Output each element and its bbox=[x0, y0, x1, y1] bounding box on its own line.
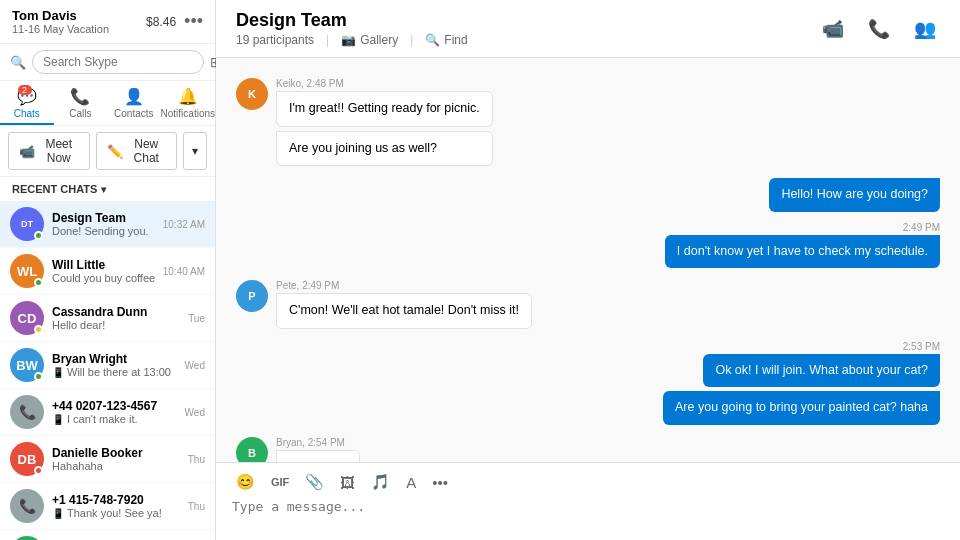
chevron-down-icon: ▾ bbox=[101, 184, 106, 195]
format-button[interactable]: A bbox=[402, 472, 420, 493]
audio-call-button[interactable]: 📞 bbox=[864, 14, 894, 44]
avatar: WL bbox=[10, 254, 44, 288]
gallery-link[interactable]: 📷 Gallery bbox=[341, 33, 398, 47]
avatar: CD bbox=[10, 301, 44, 335]
outgoing-group: Hello! How are you doing? bbox=[236, 172, 940, 212]
participants-count: 19 participants bbox=[236, 33, 314, 47]
tab-notifications-label: Notifications bbox=[161, 108, 215, 119]
avatar: DB bbox=[10, 442, 44, 476]
chat-item-preview: Hello dear! bbox=[52, 319, 180, 331]
main-content: Design Team 19 participants | 📷 Gallery … bbox=[216, 0, 960, 540]
message-time-label: 2:49 PM bbox=[903, 222, 940, 233]
chat-item-preview: Done! Sending you. bbox=[52, 225, 155, 237]
list-item[interactable]: CD Cassandra Dunn Hello dear! Tue bbox=[0, 295, 215, 342]
list-item[interactable]: BW Bryan Wright 📱Will be there at 13:00 … bbox=[0, 342, 215, 389]
list-item[interactable]: DB Danielle Booker Hahahaha Thu bbox=[0, 436, 215, 483]
user-status: 11-16 May Vacation bbox=[12, 23, 109, 35]
more-icon[interactable]: ••• bbox=[184, 11, 203, 32]
list-item[interactable]: 📞 +44 0207-123-4567 📱I can't make it. We… bbox=[0, 389, 215, 436]
search-input[interactable] bbox=[32, 50, 204, 74]
user-info: Tom Davis 11-16 May Vacation bbox=[12, 8, 109, 35]
tab-contacts[interactable]: 👤 Contacts bbox=[107, 81, 161, 125]
video-call-button[interactable]: 📹 bbox=[818, 14, 848, 44]
chat-item-name: Cassandra Dunn bbox=[52, 305, 180, 319]
message-bubble: C'mon! We'll eat hot tamale! Don't miss … bbox=[276, 293, 532, 329]
list-item[interactable]: KL Kian Lambert Will do that man! Thu bbox=[0, 530, 215, 540]
chat-subtitle: 19 participants | 📷 Gallery | 🔍 Find bbox=[236, 33, 468, 47]
recent-chats-header[interactable]: RECENT CHATS ▾ bbox=[0, 177, 215, 201]
messages-area: K Keiko, 2:48 PM I'm great!! Getting rea… bbox=[216, 58, 960, 462]
new-chat-icon: ✏️ bbox=[107, 144, 123, 159]
chat-item-preview: 📱Thank you! See ya! bbox=[52, 507, 180, 519]
attach-button[interactable]: 📎 bbox=[301, 471, 328, 493]
chat-header-info: Design Team 19 participants | 📷 Gallery … bbox=[236, 10, 468, 47]
chat-item-time: Wed bbox=[185, 407, 205, 418]
message-bubble: I'm great!! Getting ready for picnic. bbox=[276, 91, 493, 127]
input-toolbar: 😊 GIF 📎 🖼 🎵 A ••• bbox=[232, 471, 944, 493]
sidebar: Tom Davis 11-16 May Vacation $8.46 ••• 🔍… bbox=[0, 0, 216, 540]
tab-calls[interactable]: 📞 Calls bbox=[54, 81, 108, 125]
avatar: P bbox=[236, 280, 268, 312]
message-sender-time: Pete, 2:49 PM bbox=[276, 280, 532, 291]
more-button[interactable]: ••• bbox=[428, 472, 452, 493]
avatar: B bbox=[236, 437, 268, 463]
user-name: Tom Davis bbox=[12, 8, 109, 23]
chat-item-name: +1 415-748-7920 bbox=[52, 493, 180, 507]
chat-item-info: +44 0207-123-4567 📱I can't make it. bbox=[52, 399, 177, 425]
chat-item-preview: Could you buy coffee for me? bbox=[52, 272, 155, 284]
list-item[interactable]: WL Will Little Could you buy coffee for … bbox=[0, 248, 215, 295]
avatar: DT bbox=[10, 207, 44, 241]
phone-small-icon: 📱 bbox=[52, 367, 64, 378]
message-bubble: Are you joining us as well? bbox=[276, 131, 493, 167]
list-item[interactable]: 📞 +1 415-748-7920 📱Thank you! See ya! Th… bbox=[0, 483, 215, 530]
image-button[interactable]: 🖼 bbox=[336, 472, 359, 493]
chat-item-time: Thu bbox=[188, 454, 205, 465]
outgoing-group: 2:49 PM I don't know yet I have to check… bbox=[236, 222, 940, 269]
notifications-icon: 🔔 bbox=[178, 87, 198, 106]
message-sender-time: Bryan, 2:54 PM bbox=[276, 437, 360, 448]
recent-chats-label: RECENT CHATS bbox=[12, 183, 97, 195]
audio-button[interactable]: 🎵 bbox=[367, 471, 394, 493]
chat-item-time: Wed bbox=[185, 360, 205, 371]
tab-chats-label: Chats bbox=[14, 108, 40, 119]
chat-item-info: Danielle Booker Hahahaha bbox=[52, 446, 180, 472]
contacts-icon: 👤 bbox=[124, 87, 144, 106]
find-link[interactable]: 🔍 Find bbox=[425, 33, 467, 47]
add-participant-button[interactable]: 👥 bbox=[910, 14, 940, 44]
chat-item-meta: Wed bbox=[185, 360, 205, 371]
list-item[interactable]: DT Design Team Done! Sending you. 10:32 … bbox=[0, 201, 215, 248]
tab-notifications[interactable]: 🔔 Notifications bbox=[161, 81, 215, 125]
new-chat-dropdown[interactable]: ▾ bbox=[183, 132, 207, 170]
emoji-button[interactable]: 😊 bbox=[232, 471, 259, 493]
meet-now-button[interactable]: 📹 Meet Now bbox=[8, 132, 90, 170]
message-content: Pete, 2:49 PM C'mon! We'll eat hot tamal… bbox=[276, 280, 532, 329]
chat-item-info: Design Team Done! Sending you. bbox=[52, 211, 155, 237]
chat-item-preview: 📱Will be there at 13:00 bbox=[52, 366, 177, 378]
gif-button[interactable]: GIF bbox=[267, 474, 293, 490]
chat-item-name: Bryan Wright bbox=[52, 352, 177, 366]
chat-item-preview: 📱I can't make it. bbox=[52, 413, 177, 425]
sidebar-header: Tom Davis 11-16 May Vacation $8.46 ••• bbox=[0, 0, 215, 44]
message-content: Bryan, 2:54 PM Of course! bbox=[276, 437, 360, 463]
tab-chats[interactable]: 💬 2 Chats bbox=[0, 81, 54, 125]
message-bubble: Ok ok! I will join. What about your cat? bbox=[703, 354, 940, 388]
new-chat-button[interactable]: ✏️ New Chat bbox=[96, 132, 178, 170]
chat-item-info: +1 415-748-7920 📱Thank you! See ya! bbox=[52, 493, 180, 519]
chat-item-info: Will Little Could you buy coffee for me? bbox=[52, 258, 155, 284]
header-actions: 📹 📞 👥 bbox=[818, 14, 940, 44]
phone-small-icon: 📱 bbox=[52, 508, 64, 519]
tab-contacts-label: Contacts bbox=[114, 108, 153, 119]
chats-badge: 2 bbox=[18, 85, 32, 95]
chat-list: DT Design Team Done! Sending you. 10:32 … bbox=[0, 201, 215, 540]
chat-item-time: 10:32 AM bbox=[163, 219, 205, 230]
message-bubble: I don't know yet I have to check my sche… bbox=[665, 235, 940, 269]
meet-now-label: Meet Now bbox=[39, 137, 79, 165]
nav-tabs: 💬 2 Chats 📞 Calls 👤 Contacts 🔔 Notificat… bbox=[0, 81, 215, 126]
chat-item-info: Bryan Wright 📱Will be there at 13:00 bbox=[52, 352, 177, 378]
action-buttons: 📹 Meet Now ✏️ New Chat ▾ bbox=[0, 126, 215, 177]
message-input[interactable] bbox=[232, 499, 944, 529]
search-bar: 🔍 ⊞ bbox=[0, 44, 215, 81]
meet-now-icon: 📹 bbox=[19, 144, 35, 159]
chat-item-time: 10:40 AM bbox=[163, 266, 205, 277]
avatar: 📞 bbox=[10, 489, 44, 523]
